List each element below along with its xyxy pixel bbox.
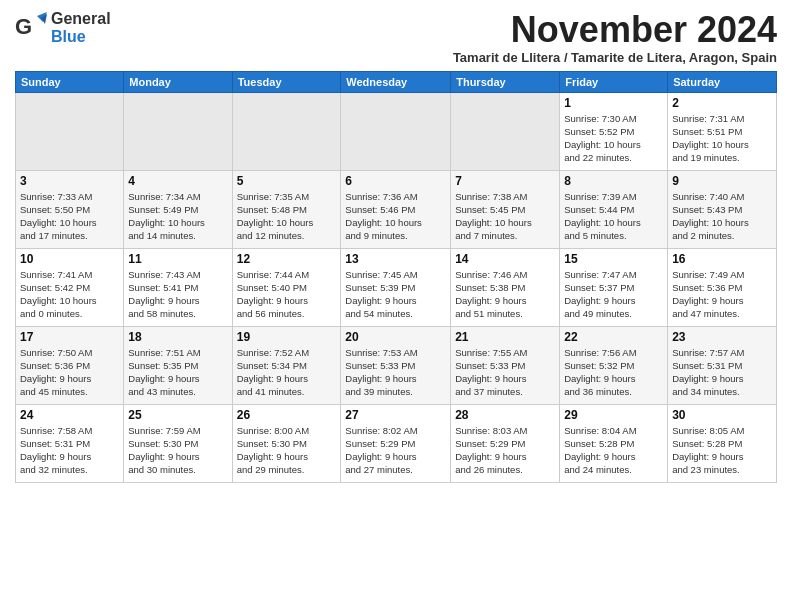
day-number: 19 [237, 330, 337, 344]
day-info: Sunrise: 7:38 AM Sunset: 5:45 PM Dayligh… [455, 190, 555, 243]
day-info: Sunrise: 7:51 AM Sunset: 5:35 PM Dayligh… [128, 346, 227, 399]
calendar-cell: 22Sunrise: 7:56 AM Sunset: 5:32 PM Dayli… [560, 326, 668, 404]
day-header-monday: Monday [124, 71, 232, 92]
day-number: 16 [672, 252, 772, 266]
day-number: 22 [564, 330, 663, 344]
calendar-table: SundayMondayTuesdayWednesdayThursdayFrid… [15, 71, 777, 483]
day-number: 4 [128, 174, 227, 188]
calendar-cell [232, 92, 341, 170]
calendar-cell: 12Sunrise: 7:44 AM Sunset: 5:40 PM Dayli… [232, 248, 341, 326]
day-info: Sunrise: 7:34 AM Sunset: 5:49 PM Dayligh… [128, 190, 227, 243]
logo-text: General Blue [51, 10, 111, 45]
day-info: Sunrise: 7:36 AM Sunset: 5:46 PM Dayligh… [345, 190, 446, 243]
day-number: 1 [564, 96, 663, 110]
calendar-cell: 16Sunrise: 7:49 AM Sunset: 5:36 PM Dayli… [668, 248, 777, 326]
day-number: 28 [455, 408, 555, 422]
day-number: 18 [128, 330, 227, 344]
day-number: 14 [455, 252, 555, 266]
day-number: 15 [564, 252, 663, 266]
day-info: Sunrise: 8:05 AM Sunset: 5:28 PM Dayligh… [672, 424, 772, 477]
day-number: 12 [237, 252, 337, 266]
calendar-cell [451, 92, 560, 170]
calendar-cell: 23Sunrise: 7:57 AM Sunset: 5:31 PM Dayli… [668, 326, 777, 404]
day-info: Sunrise: 7:53 AM Sunset: 5:33 PM Dayligh… [345, 346, 446, 399]
calendar-cell: 5Sunrise: 7:35 AM Sunset: 5:48 PM Daylig… [232, 170, 341, 248]
day-number: 21 [455, 330, 555, 344]
calendar-cell: 13Sunrise: 7:45 AM Sunset: 5:39 PM Dayli… [341, 248, 451, 326]
calendar-cell: 26Sunrise: 8:00 AM Sunset: 5:30 PM Dayli… [232, 404, 341, 482]
day-info: Sunrise: 7:50 AM Sunset: 5:36 PM Dayligh… [20, 346, 119, 399]
calendar-cell: 18Sunrise: 7:51 AM Sunset: 5:35 PM Dayli… [124, 326, 232, 404]
calendar-cell [124, 92, 232, 170]
day-info: Sunrise: 7:55 AM Sunset: 5:33 PM Dayligh… [455, 346, 555, 399]
day-number: 8 [564, 174, 663, 188]
day-number: 25 [128, 408, 227, 422]
calendar-cell: 20Sunrise: 7:53 AM Sunset: 5:33 PM Dayli… [341, 326, 451, 404]
day-info: Sunrise: 7:41 AM Sunset: 5:42 PM Dayligh… [20, 268, 119, 321]
day-number: 9 [672, 174, 772, 188]
calendar-cell: 17Sunrise: 7:50 AM Sunset: 5:36 PM Dayli… [16, 326, 124, 404]
day-info: Sunrise: 7:58 AM Sunset: 5:31 PM Dayligh… [20, 424, 119, 477]
calendar-cell: 4Sunrise: 7:34 AM Sunset: 5:49 PM Daylig… [124, 170, 232, 248]
calendar-cell: 30Sunrise: 8:05 AM Sunset: 5:28 PM Dayli… [668, 404, 777, 482]
day-header-tuesday: Tuesday [232, 71, 341, 92]
day-info: Sunrise: 7:52 AM Sunset: 5:34 PM Dayligh… [237, 346, 337, 399]
day-info: Sunrise: 7:59 AM Sunset: 5:30 PM Dayligh… [128, 424, 227, 477]
calendar-cell: 6Sunrise: 7:36 AM Sunset: 5:46 PM Daylig… [341, 170, 451, 248]
day-number: 27 [345, 408, 446, 422]
day-info: Sunrise: 7:47 AM Sunset: 5:37 PM Dayligh… [564, 268, 663, 321]
day-number: 26 [237, 408, 337, 422]
calendar-cell: 10Sunrise: 7:41 AM Sunset: 5:42 PM Dayli… [16, 248, 124, 326]
week-row-4: 17Sunrise: 7:50 AM Sunset: 5:36 PM Dayli… [16, 326, 777, 404]
week-row-3: 10Sunrise: 7:41 AM Sunset: 5:42 PM Dayli… [16, 248, 777, 326]
calendar-cell: 25Sunrise: 7:59 AM Sunset: 5:30 PM Dayli… [124, 404, 232, 482]
day-info: Sunrise: 8:03 AM Sunset: 5:29 PM Dayligh… [455, 424, 555, 477]
calendar-header-row: SundayMondayTuesdayWednesdayThursdayFrid… [16, 71, 777, 92]
calendar-cell: 21Sunrise: 7:55 AM Sunset: 5:33 PM Dayli… [451, 326, 560, 404]
day-header-saturday: Saturday [668, 71, 777, 92]
day-info: Sunrise: 7:43 AM Sunset: 5:41 PM Dayligh… [128, 268, 227, 321]
day-number: 29 [564, 408, 663, 422]
day-info: Sunrise: 7:30 AM Sunset: 5:52 PM Dayligh… [564, 112, 663, 165]
calendar-cell: 27Sunrise: 8:02 AM Sunset: 5:29 PM Dayli… [341, 404, 451, 482]
day-info: Sunrise: 7:46 AM Sunset: 5:38 PM Dayligh… [455, 268, 555, 321]
calendar-cell [341, 92, 451, 170]
day-header-wednesday: Wednesday [341, 71, 451, 92]
calendar-cell: 28Sunrise: 8:03 AM Sunset: 5:29 PM Dayli… [451, 404, 560, 482]
day-info: Sunrise: 7:57 AM Sunset: 5:31 PM Dayligh… [672, 346, 772, 399]
calendar-cell: 19Sunrise: 7:52 AM Sunset: 5:34 PM Dayli… [232, 326, 341, 404]
day-info: Sunrise: 7:45 AM Sunset: 5:39 PM Dayligh… [345, 268, 446, 321]
day-number: 17 [20, 330, 119, 344]
calendar-cell: 8Sunrise: 7:39 AM Sunset: 5:44 PM Daylig… [560, 170, 668, 248]
day-header-sunday: Sunday [16, 71, 124, 92]
month-title: November 2024 [453, 10, 777, 50]
logo: G General Blue [15, 10, 111, 46]
calendar-cell: 9Sunrise: 7:40 AM Sunset: 5:43 PM Daylig… [668, 170, 777, 248]
week-row-5: 24Sunrise: 7:58 AM Sunset: 5:31 PM Dayli… [16, 404, 777, 482]
calendar-cell: 2Sunrise: 7:31 AM Sunset: 5:51 PM Daylig… [668, 92, 777, 170]
day-info: Sunrise: 7:33 AM Sunset: 5:50 PM Dayligh… [20, 190, 119, 243]
week-row-2: 3Sunrise: 7:33 AM Sunset: 5:50 PM Daylig… [16, 170, 777, 248]
logo-icon: G [15, 10, 47, 46]
calendar-cell: 1Sunrise: 7:30 AM Sunset: 5:52 PM Daylig… [560, 92, 668, 170]
subtitle: Tamarit de Llitera / Tamarite de Litera,… [453, 50, 777, 65]
day-info: Sunrise: 7:39 AM Sunset: 5:44 PM Dayligh… [564, 190, 663, 243]
day-info: Sunrise: 7:44 AM Sunset: 5:40 PM Dayligh… [237, 268, 337, 321]
calendar-cell [16, 92, 124, 170]
day-number: 13 [345, 252, 446, 266]
day-header-thursday: Thursday [451, 71, 560, 92]
svg-text:G: G [15, 14, 32, 39]
day-number: 10 [20, 252, 119, 266]
calendar-cell: 3Sunrise: 7:33 AM Sunset: 5:50 PM Daylig… [16, 170, 124, 248]
day-number: 2 [672, 96, 772, 110]
title-section: November 2024 Tamarit de Llitera / Tamar… [453, 10, 777, 65]
day-number: 7 [455, 174, 555, 188]
page-container: G General Blue November 2024 Tamarit de … [0, 0, 792, 488]
calendar-cell: 24Sunrise: 7:58 AM Sunset: 5:31 PM Dayli… [16, 404, 124, 482]
day-number: 3 [20, 174, 119, 188]
day-info: Sunrise: 7:31 AM Sunset: 5:51 PM Dayligh… [672, 112, 772, 165]
day-number: 24 [20, 408, 119, 422]
calendar-cell: 11Sunrise: 7:43 AM Sunset: 5:41 PM Dayli… [124, 248, 232, 326]
day-number: 20 [345, 330, 446, 344]
day-number: 30 [672, 408, 772, 422]
